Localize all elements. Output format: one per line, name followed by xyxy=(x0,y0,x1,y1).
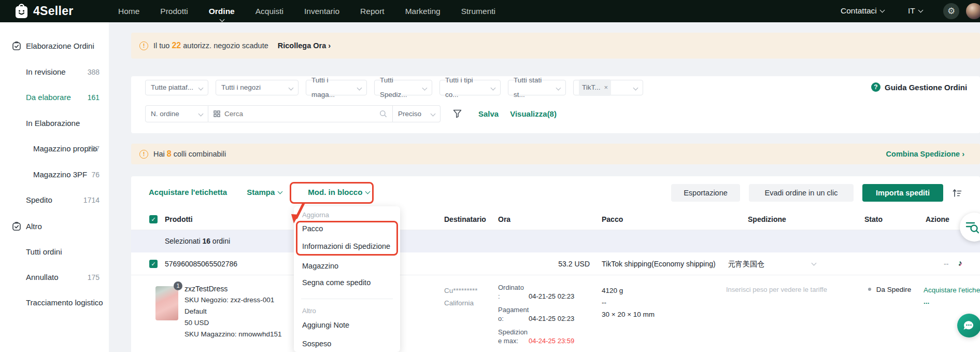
item-quantity-badge: 1 xyxy=(174,281,182,290)
top-navbar: 4Seller Home Prodotti Ordine Acquisti In… xyxy=(0,0,980,22)
order-id[interactable]: 576960085065502786 xyxy=(165,260,237,268)
sidebar-item-annullato[interactable]: Annullato 175 xyxy=(0,265,109,289)
import-shipped-button[interactable]: Importa spediti xyxy=(862,184,943,202)
sidebar-item-spedito[interactable]: Spedito 1714 xyxy=(0,188,109,212)
search-input[interactable] xyxy=(224,110,379,118)
nav-item-inventario[interactable]: Inventario xyxy=(304,7,339,16)
table-actions-right: Esportazione Evadi ordine in un clic Imp… xyxy=(671,184,962,202)
reconnect-link[interactable]: Ricollega Ora › xyxy=(278,41,331,50)
selection-info-bar: Selezionati 16 ordini xyxy=(131,230,980,252)
menu-item-magazzino[interactable]: Magazzino xyxy=(302,257,338,275)
save-filter-button[interactable]: Salva xyxy=(478,109,499,118)
count-badge: 1714 xyxy=(83,188,100,212)
language-selector[interactable]: IT xyxy=(908,6,922,16)
more-actions-link[interactable]: ... xyxy=(924,296,980,307)
package-dimensions: 30 × 20 × 10 mm xyxy=(602,308,655,320)
auth-expired-banner: ! Il tuo 22 autorizz. negozio scadute Ri… xyxy=(131,33,980,59)
sidebar: Elaborazione Ordini In revisione 388 Da … xyxy=(0,22,109,352)
sidebar-item-tutti-ordini[interactable]: Tutti ordini xyxy=(0,240,109,264)
search-icon[interactable] xyxy=(379,110,387,118)
sidebar-item-da-elaborare[interactable]: Da elaborare 161 xyxy=(0,86,109,109)
filter-platforms[interactable]: Tutte piattaf... xyxy=(145,80,208,95)
table-header: ✓ Prodotti Destinatario Ora Pacco Spediz… xyxy=(131,208,980,230)
filter-order-types[interactable]: Tutti i tipi co... xyxy=(439,80,501,95)
package-info[interactable]: 4120 g -- 30 × 20 × 10 mm xyxy=(602,285,655,320)
nav-item-marketing[interactable]: Marketing xyxy=(405,7,441,16)
contact-menu[interactable]: Contattaci xyxy=(841,6,884,16)
count-badge: 388 xyxy=(88,60,100,84)
product-image[interactable] xyxy=(155,286,178,320)
buy-label-button[interactable]: Acquistare l'etichetta xyxy=(149,188,227,196)
filter-shipping[interactable]: Tutti Spediz... xyxy=(374,80,432,95)
buy-label-link[interactable]: Acquistare l'etichett... xyxy=(924,285,980,296)
user-avatar[interactable] xyxy=(966,3,980,19)
filter-platform-tag[interactable]: TikT... × xyxy=(573,80,643,95)
filter-warehouses[interactable]: Tutti i maga... xyxy=(306,80,367,95)
product-name[interactable]: zxzTestDress xyxy=(184,283,282,294)
one-click-fulfill-button[interactable]: Evadi ordine in un clic xyxy=(749,184,854,202)
sidebar-item-altro[interactable]: Altro xyxy=(0,215,109,238)
filter-print-status[interactable]: Tutti stati st... xyxy=(508,80,566,95)
order-item-row: 1 zxzTestDress SKU Negozio: zxz-dress-00… xyxy=(131,275,980,352)
col-prodotti: Prodotti xyxy=(165,215,193,223)
menu-item-pacco[interactable]: Pacco xyxy=(302,220,323,237)
print-dropdown[interactable]: Stampa xyxy=(247,188,282,196)
export-button[interactable]: Esportazione xyxy=(671,184,740,202)
menu-item-segna-come-spedito[interactable]: Segna come spedito xyxy=(302,274,371,291)
sidebar-item-in-revisione[interactable]: In revisione 388 xyxy=(0,60,109,84)
bulk-edit-dropdown[interactable]: Mod. in blocco xyxy=(308,188,370,196)
bulk-actions-row: Acquistare l'etichetta Stampa Mod. in bl… xyxy=(149,188,370,196)
shopping-bag-logo-icon xyxy=(15,3,29,19)
filter-row: Tutte piattaf... Tutti i negozi Tutti i … xyxy=(145,80,643,95)
nav-item-acquisti[interactable]: Acquisti xyxy=(255,7,283,16)
order-checkbox[interactable]: ✓ xyxy=(149,260,158,268)
nav-item-prodotti[interactable]: Prodotti xyxy=(160,7,188,16)
settings-gear-icon[interactable]: ⚙ xyxy=(943,3,959,19)
chevron-down-icon xyxy=(220,17,225,22)
order-warehouse-select[interactable]: 元宵美国仓 xyxy=(728,260,816,269)
view-saved-button[interactable]: Visualizza(8) xyxy=(510,109,557,118)
menu-item-informazioni-spedizione[interactable]: Informazioni di Spedizione xyxy=(302,237,390,255)
help-guide-link[interactable]: ? Guida Gestione Ordini xyxy=(871,82,967,92)
row-actions: Acquistare l'etichett... ... xyxy=(924,285,980,307)
sidebar-item-in-elaborazione[interactable]: In Elaborazione xyxy=(0,111,109,135)
sidebar-item-tracciamento-logistico[interactable]: Tracciamento logistico xyxy=(0,291,109,315)
nav-item-strumenti[interactable]: Strumenti xyxy=(461,7,495,16)
chat-support-fab[interactable] xyxy=(957,314,980,337)
nav-item-ordine[interactable]: Ordine xyxy=(209,7,235,16)
combine-banner-text: Hai 8 colli combinabili xyxy=(153,149,226,159)
menu-item-sospeso[interactable]: Sospeso xyxy=(302,335,331,352)
shipping-rate-hint: Inserisci peso per vedere le tariffe xyxy=(726,286,827,293)
product-sku-warehouse: SKU Magazzino: nmowwhd151 xyxy=(184,329,282,340)
clipboard-check-icon xyxy=(11,41,22,51)
recipient-region: California xyxy=(444,297,478,309)
time-info: Ordinato: 04-21-25 02:23 Pagamento: 04-2… xyxy=(498,283,574,350)
menu-divider xyxy=(301,299,393,299)
combine-shipment-link[interactable]: Combina Spedizione › xyxy=(886,150,964,158)
filter-stores[interactable]: Tutti i negozi xyxy=(216,80,299,95)
sidebar-item-elaborazione-ordini[interactable]: Elaborazione Ordini xyxy=(0,34,109,58)
match-mode-selector[interactable]: Preciso xyxy=(393,105,441,122)
count-badge: 175 xyxy=(88,265,100,289)
search-field-selector[interactable]: N. ordine xyxy=(145,105,208,122)
count-badge: 297 xyxy=(88,137,100,161)
brand-logo[interactable]: 4Seller xyxy=(15,3,74,19)
order-tail-dashes: -- xyxy=(944,260,948,268)
sidebar-item-magazzino-3pf[interactable]: Magazzino 3PF 76 xyxy=(0,163,109,187)
nav-item-home[interactable]: Home xyxy=(118,7,139,16)
grid-icon[interactable] xyxy=(214,110,220,117)
column-settings-icon[interactable] xyxy=(952,188,962,198)
filter-funnel-icon[interactable] xyxy=(453,109,462,118)
nav-item-report[interactable]: Report xyxy=(360,7,385,16)
search-box xyxy=(208,105,393,122)
bulk-edit-menu: Aggiorna Pacco Informazioni di Spedizion… xyxy=(294,206,400,352)
search-list-icon xyxy=(965,221,979,234)
time-paid: Pagamento: 04-21-25 02:23 xyxy=(498,305,574,323)
chip-close-icon[interactable]: × xyxy=(604,80,608,95)
select-all-checkbox[interactable]: ✓ xyxy=(149,215,158,223)
menu-item-aggiungi-note[interactable]: Aggiungi Note xyxy=(302,316,349,334)
auth-banner-text: Il tuo 22 autorizz. negozio scadute xyxy=(153,41,268,50)
sidebar-item-magazzino-proprio[interactable]: Magazzino proprio 297 xyxy=(0,137,109,161)
order-group-row[interactable]: ✓ 576960085065502786 53.2 USD TikTok shi… xyxy=(131,252,980,275)
chevron-down-icon xyxy=(879,8,885,13)
